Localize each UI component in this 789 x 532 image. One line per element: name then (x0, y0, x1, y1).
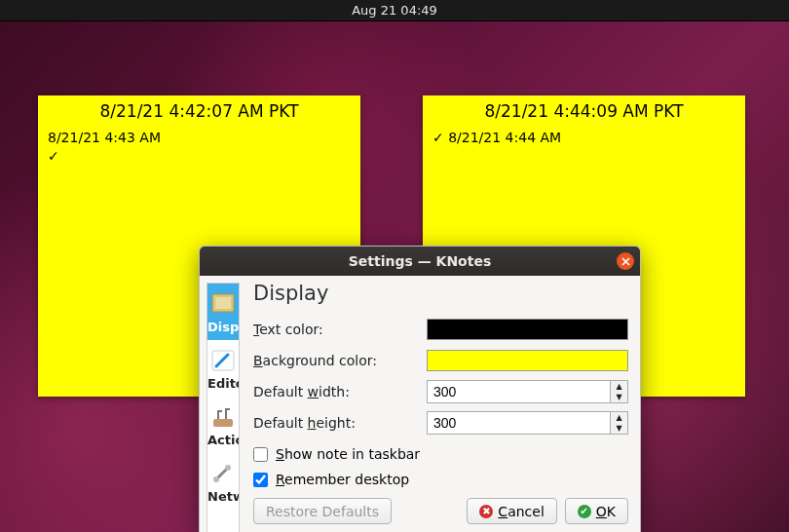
dialog-titlebar[interactable]: Settings — KNotes (200, 247, 640, 276)
default-width-spinner[interactable]: ▲▼ (427, 380, 628, 403)
editor-icon (208, 347, 238, 374)
bg-color-picker[interactable] (427, 350, 628, 371)
category-label: Network (207, 489, 239, 504)
spin-down[interactable]: ▼ (611, 392, 627, 402)
svg-point-5 (225, 465, 231, 471)
label-text-color: Text color: (253, 322, 427, 337)
svg-rect-1 (215, 297, 231, 309)
settings-dialog: Settings — KNotes Display Editor (199, 246, 641, 532)
label-default-width: Default width: (253, 384, 427, 399)
ok-button[interactable]: ✔ OK (565, 498, 628, 524)
network-icon (208, 460, 238, 487)
actions-icon (208, 403, 238, 431)
default-height-input[interactable] (427, 411, 611, 435)
label-default-height: Default height: (253, 415, 427, 431)
close-icon (621, 257, 630, 266)
category-list[interactable]: Display Editor Actions Network (207, 283, 240, 532)
note-line: ✓ (48, 147, 351, 166)
close-button[interactable] (617, 252, 634, 270)
row-text-color: Text color: (253, 315, 628, 344)
category-display[interactable]: Display (207, 284, 239, 340)
button-label: OK (596, 504, 616, 519)
dialog-button-row: Restore Defaults ✖ Cancel ✔ OK (253, 498, 628, 532)
category-label: Actions (207, 433, 239, 447)
settings-form: Display Text color: Background color: De… (240, 276, 640, 532)
row-default-width: Default width: ▲▼ (253, 377, 628, 406)
label-show-taskbar: Show note in taskbar (276, 446, 420, 462)
row-remember-desktop: Remember desktop (253, 467, 628, 492)
button-label: Restore Defaults (266, 504, 379, 519)
default-width-input[interactable] (427, 380, 611, 403)
spin-up[interactable]: ▲ (611, 412, 627, 423)
row-show-taskbar: Show note in taskbar (253, 441, 628, 467)
cancel-button[interactable]: ✖ Cancel (467, 498, 556, 524)
category-label: Editor (207, 376, 239, 391)
spin-down[interactable]: ▼ (611, 423, 627, 434)
row-bg-color: Background color: (253, 346, 628, 375)
note-line: ✓ 8/21/21 4:44 AM (432, 129, 735, 147)
svg-point-4 (213, 476, 219, 482)
text-color-picker[interactable] (427, 319, 628, 340)
category-editor[interactable]: Editor (207, 340, 239, 397)
cancel-icon: ✖ (479, 505, 493, 518)
category-actions[interactable]: Actions (207, 397, 239, 453)
default-height-spinner[interactable]: ▲▼ (427, 411, 628, 435)
svg-rect-3 (213, 419, 233, 427)
section-heading: Display (253, 282, 628, 305)
note-title: 8/21/21 4:44:09 AM PKT (423, 95, 745, 125)
remember-desktop-checkbox[interactable] (253, 473, 268, 487)
dialog-title: Settings — KNotes (349, 253, 492, 269)
category-network[interactable]: Network (207, 453, 239, 510)
spin-up[interactable]: ▲ (611, 381, 627, 392)
ok-icon: ✔ (578, 505, 591, 518)
top-menu-bar: Aug 21 04:49 (0, 0, 789, 21)
note-title: 8/21/21 4:42:07 AM PKT (38, 95, 360, 125)
show-taskbar-checkbox[interactable] (253, 447, 268, 462)
row-default-height: Default height: ▲▼ (253, 408, 628, 437)
display-icon (208, 290, 238, 318)
label-bg-color: Background color: (253, 353, 427, 368)
button-label: Cancel (498, 504, 544, 519)
restore-defaults-button[interactable]: Restore Defaults (253, 498, 392, 524)
category-label: Display (207, 320, 239, 334)
label-remember-desktop: Remember desktop (276, 472, 409, 487)
note-line: 8/21/21 4:43 AM (48, 129, 351, 147)
note-body[interactable]: ✓ 8/21/21 4:44 AM (423, 125, 745, 151)
note-body[interactable]: 8/21/21 4:43 AM ✓ (38, 125, 360, 170)
clock: Aug 21 04:49 (352, 3, 437, 18)
